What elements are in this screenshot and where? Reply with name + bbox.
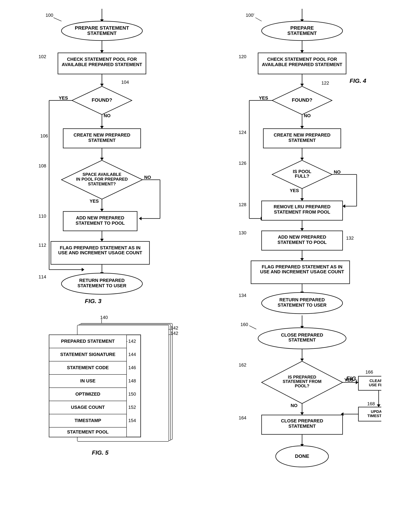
svg-marker-63: [300, 84, 304, 86]
svg-text:AVAILABLE PREPARED STATEMENT: AVAILABLE PREPARED STATEMENT: [262, 62, 342, 67]
ref-100p: 100': [246, 13, 254, 18]
top-diagrams: 100 PREPARE STATEMENT STATEMENT 102 CHEC…: [7, 7, 397, 307]
svg-text:STATEMENT TO USER: STATEMENT TO USER: [77, 283, 126, 288]
ref-146: 146: [128, 365, 136, 370]
ref-108: 108: [38, 163, 46, 169]
svg-marker-20: [100, 126, 104, 129]
svg-text:STATEMENT: STATEMENT: [289, 337, 316, 343]
svg-text:STATEMENT: STATEMENT: [87, 31, 117, 36]
svg-marker-89: [300, 198, 304, 201]
svg-marker-143: [377, 404, 380, 407]
svg-marker-94: [300, 228, 304, 231]
svg-text:RETURN PREPARED: RETURN PREPARED: [79, 278, 125, 283]
svg-marker-25: [100, 158, 104, 160]
page: 100 PREPARE STATEMENT STATEMENT 102 CHEC…: [0, 0, 404, 532]
fig4-label: FIG. 4: [350, 77, 366, 84]
svg-marker-131: [300, 359, 304, 361]
row-timestamp: TIMESTAMP: [75, 418, 101, 423]
svg-text:UPDATE: UPDATE: [371, 409, 381, 414]
svg-text:ADD NEW PREPARED: ADD NEW PREPARED: [278, 234, 326, 240]
svg-text:FLAG PREPARED STATEMENT AS IN: FLAG PREPARED STATEMENT AS IN: [60, 245, 140, 250]
ref-128: 128: [239, 202, 246, 207]
svg-text:CHECK STATEMENT POOL FOR: CHECK STATEMENT POOL FOR: [67, 57, 137, 62]
ref-140: 140: [100, 315, 108, 320]
ref-148: 148: [128, 378, 136, 383]
ref-124: 124: [239, 130, 246, 135]
svg-text:AVAILABLE PREPARED STATEMENT: AVAILABLE PREPARED STATEMENT: [62, 62, 142, 67]
ref-150: 150: [128, 391, 136, 397]
fig6-svg: FIG. 6 160 CLOSE PREPARED STATEMENT 162: [223, 314, 381, 490]
svg-marker-78: [300, 158, 304, 160]
ref-110: 110: [38, 213, 46, 219]
svg-marker-151: [300, 412, 304, 415]
svg-text:SPACE AVAILABLE: SPACE AVAILABLE: [82, 172, 121, 177]
svg-text:YES: YES: [259, 95, 268, 101]
fig4-column: 100' FIG. 4 PREPARE STATEMENT 120 CHEC: [207, 7, 397, 307]
ref-104: 104: [121, 79, 129, 85]
svg-text:USE FLAG: USE FLAG: [369, 383, 381, 387]
svg-text:TIMESTAMP: TIMESTAMP: [367, 414, 381, 418]
row-statement-code: STATEMENT CODE: [67, 365, 109, 370]
ref-130: 130: [239, 230, 246, 235]
ref-112: 112: [38, 242, 46, 248]
ref-160: 160: [240, 322, 248, 327]
ref-154: 154: [128, 418, 136, 423]
svg-marker-58: [300, 50, 304, 53]
svg-marker-73: [300, 126, 304, 129]
svg-marker-86: [343, 204, 345, 208]
ref-122: 122: [322, 80, 329, 86]
svg-text:NO: NO: [334, 169, 341, 175]
ref-100: 100: [46, 13, 53, 18]
fig3-svg: 100 PREPARE STATEMENT STATEMENT 102 CHEC…: [23, 7, 181, 307]
ref-106: 106: [40, 133, 48, 138]
ref-102: 102: [38, 54, 46, 59]
svg-marker-34: [139, 217, 142, 220]
svg-text:IS PREPARED: IS PREPARED: [288, 375, 316, 379]
ref-132: 132: [346, 235, 354, 241]
fig5-svg: 140 142 142 PREPARED STATEMENT 142: [23, 314, 181, 472]
svg-text:REMOVE LRU PREPARED: REMOVE LRU PREPARED: [274, 204, 331, 209]
svg-marker-17: [82, 268, 84, 271]
ref-152: 152: [128, 405, 136, 410]
fig3-yes-found: YES: [59, 95, 68, 101]
svg-text:POOL?: POOL?: [295, 383, 309, 388]
row-in-use: IN USE: [80, 378, 95, 383]
svg-text:FULL?: FULL?: [295, 173, 309, 179]
svg-text:STATEMENT FROM: STATEMENT FROM: [283, 379, 322, 384]
ref-134: 134: [239, 293, 246, 298]
svg-text:CREATE NEW PREPARED: CREATE NEW PREPARED: [73, 132, 130, 138]
svg-text:NO: NO: [304, 113, 311, 118]
svg-text:STATEMENT: STATEMENT: [287, 31, 317, 36]
svg-text:STATEMENT: STATEMENT: [289, 423, 316, 429]
ref-142a: 142: [170, 325, 178, 331]
svg-text:CLOSE PREPARED: CLOSE PREPARED: [281, 418, 323, 423]
svg-text:FOUND?: FOUND?: [92, 97, 112, 103]
svg-marker-99: [300, 258, 304, 261]
svg-text:YES: YES: [90, 198, 99, 204]
svg-text:STATEMENT TO USER: STATEMENT TO USER: [278, 302, 327, 308]
svg-text:STATEMENT TO POOL: STATEMENT TO POOL: [76, 221, 125, 226]
ref-114: 114: [38, 274, 46, 279]
ref-142c: 142: [128, 338, 136, 344]
svg-marker-42: [100, 239, 104, 241]
svg-text:NO: NO: [144, 175, 151, 180]
svg-text:CREATE NEW PREPARED: CREATE NEW PREPARED: [274, 132, 331, 138]
ref-166: 166: [366, 369, 373, 375]
svg-text:STATEMENT FROM POOL: STATEMENT FROM POOL: [274, 209, 330, 215]
svg-text:FOUND?: FOUND?: [292, 97, 312, 103]
svg-text:NO: NO: [291, 403, 297, 408]
svg-text:ADD NEW PREPARED: ADD NEW PREPARED: [76, 215, 124, 221]
fig6-done-label: DONE: [295, 454, 309, 459]
fig4-svg: 100' FIG. 4 PREPARE STATEMENT 120 CHEC: [223, 7, 381, 307]
svg-line-124: [249, 326, 256, 329]
svg-text:STATEMENT?: STATEMENT?: [88, 182, 116, 186]
ref-144: 144: [128, 352, 136, 357]
ref-162: 162: [239, 362, 246, 368]
ref-168: 168: [367, 401, 375, 406]
pool-label: STATEMENT POOL: [67, 429, 109, 435]
svg-text:YES: YES: [344, 377, 354, 383]
svg-marker-6: [100, 50, 104, 53]
row-optimized: OPTIMIZED: [75, 391, 100, 397]
svg-text:RETURN PREPARED: RETURN PREPARED: [279, 297, 325, 302]
svg-line-51: [255, 18, 262, 21]
